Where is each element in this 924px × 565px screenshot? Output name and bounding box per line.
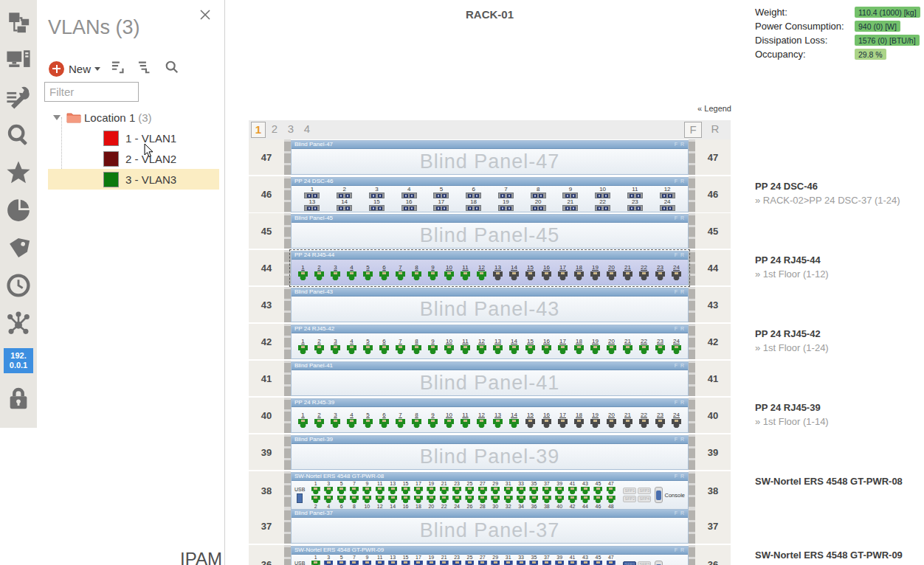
rj45-port[interactable] bbox=[440, 487, 449, 494]
rack-unit-blind-panel-37[interactable]: Blind Panel-37F RBlind Panel-37 bbox=[291, 509, 689, 544]
dsc-port[interactable] bbox=[401, 193, 417, 198]
rj45-port[interactable] bbox=[350, 487, 359, 494]
rj45-port[interactable] bbox=[465, 496, 474, 503]
rj45-port[interactable] bbox=[542, 487, 551, 494]
rj45-port[interactable] bbox=[607, 419, 616, 428]
ip-address-icon[interactable]: 192.0.0.1 bbox=[4, 346, 33, 375]
rj45-port[interactable] bbox=[427, 561, 435, 565]
tree-node-location[interactable]: Location 1(3) bbox=[37, 107, 225, 128]
rj45-port[interactable] bbox=[461, 271, 470, 280]
rj45-port[interactable] bbox=[581, 496, 590, 503]
rj45-port[interactable] bbox=[388, 487, 397, 494]
rj45-port[interactable] bbox=[363, 419, 373, 428]
dsc-port[interactable] bbox=[660, 205, 675, 211]
dsc-port[interactable] bbox=[595, 205, 610, 211]
annotation-link[interactable]: » 1st Floor (1-14) bbox=[755, 416, 921, 427]
dsc-port[interactable] bbox=[337, 193, 352, 198]
rj45-port[interactable] bbox=[574, 419, 584, 428]
rj45-port[interactable] bbox=[607, 345, 616, 354]
rj45-port[interactable] bbox=[558, 271, 568, 280]
rj45-port[interactable] bbox=[363, 271, 373, 280]
search-icon[interactable] bbox=[164, 60, 180, 77]
rj45-port[interactable] bbox=[347, 345, 356, 354]
rack-unit-pp-24-rj45-39[interactable]: PP 24 RJ45-39F R123456789101112131415161… bbox=[291, 398, 689, 433]
rj45-port[interactable] bbox=[593, 496, 602, 503]
rj45-port[interactable] bbox=[574, 345, 584, 354]
sfp-slot-sfp3[interactable]: SFP3 bbox=[638, 561, 651, 565]
rack-page-tab-4[interactable]: 4 bbox=[300, 122, 314, 138]
rj45-port[interactable] bbox=[639, 345, 649, 354]
new-button[interactable]: New bbox=[49, 61, 100, 77]
rj45-port[interactable] bbox=[427, 496, 435, 503]
close-icon[interactable] bbox=[199, 8, 212, 21]
rj45-port[interactable] bbox=[581, 487, 590, 494]
rj45-port[interactable] bbox=[555, 561, 564, 565]
rack-unit-blind-panel-39[interactable]: Blind Panel-39F RBlind Panel-39 bbox=[291, 435, 689, 470]
dsc-port[interactable] bbox=[498, 205, 514, 211]
rj45-port[interactable] bbox=[331, 419, 340, 428]
rj45-port[interactable] bbox=[509, 419, 519, 428]
rj45-port[interactable] bbox=[558, 419, 568, 428]
rj45-port[interactable] bbox=[568, 496, 577, 503]
rj45-port[interactable] bbox=[452, 561, 461, 565]
rj45-port[interactable] bbox=[401, 496, 410, 503]
rj45-port[interactable] bbox=[491, 487, 500, 494]
rj45-port[interactable] bbox=[465, 487, 474, 494]
rj45-port[interactable] bbox=[362, 487, 371, 494]
rj45-port[interactable] bbox=[574, 271, 584, 280]
annotation-link[interactable]: » RACK-02>PP 24 DSC-37 (1-24) bbox=[755, 195, 921, 206]
rj45-port[interactable] bbox=[396, 345, 405, 354]
rj45-port[interactable] bbox=[452, 496, 461, 503]
rj45-port[interactable] bbox=[478, 496, 487, 503]
rj45-port[interactable] bbox=[655, 419, 665, 428]
rj45-port[interactable] bbox=[314, 345, 324, 354]
rack-unit-sw-nortel-ers-4548-gt-pwr-08[interactable]: SW-Nortel ERS 4548 GT-PWR-08F RUSB123456… bbox=[291, 472, 689, 510]
rj45-port[interactable] bbox=[428, 271, 438, 280]
expander-icon[interactable] bbox=[53, 115, 61, 120]
rack-unit-sw-nortel-ers-4548-gt-pwr-09[interactable]: SW-Nortel ERS 4548 GT-PWR-09F RUSB123456… bbox=[291, 546, 689, 565]
rj45-port[interactable] bbox=[311, 561, 320, 565]
rj45-port[interactable] bbox=[568, 561, 577, 565]
rj45-port[interactable] bbox=[607, 271, 616, 280]
rj45-port[interactable] bbox=[388, 496, 397, 503]
rj45-port[interactable] bbox=[379, 271, 389, 280]
search-icon[interactable] bbox=[4, 120, 33, 150]
rj45-port[interactable] bbox=[414, 561, 423, 565]
rj45-port[interactable] bbox=[376, 496, 385, 503]
rj45-port[interactable] bbox=[337, 496, 346, 503]
rj45-port[interactable] bbox=[440, 496, 449, 503]
rj45-port[interactable] bbox=[493, 345, 503, 354]
rj45-port[interactable] bbox=[412, 345, 421, 354]
rj45-port[interactable] bbox=[504, 561, 513, 565]
rj45-port[interactable] bbox=[517, 487, 525, 494]
rj45-port[interactable] bbox=[623, 345, 632, 354]
rj45-port[interactable] bbox=[376, 487, 385, 494]
rj45-port[interactable] bbox=[362, 561, 371, 565]
rj45-port[interactable] bbox=[558, 345, 568, 354]
rj45-port[interactable] bbox=[493, 271, 503, 280]
dsc-port[interactable] bbox=[627, 205, 643, 211]
dsc-port[interactable] bbox=[369, 205, 385, 211]
rj45-port[interactable] bbox=[314, 419, 324, 428]
rack-unit-pp-24-dsc-46[interactable]: PP 24 DSC-46F R1234567891011121314151617… bbox=[291, 177, 689, 212]
graph-icon[interactable] bbox=[4, 308, 33, 338]
dsc-port[interactable] bbox=[531, 193, 546, 198]
rj45-port[interactable] bbox=[517, 561, 525, 565]
annotation-link[interactable]: » 1st Floor (1-24) bbox=[755, 342, 921, 353]
sfp-slot-sfp1[interactable]: SFP1 bbox=[623, 488, 636, 494]
rj45-port[interactable] bbox=[517, 496, 525, 503]
rj45-port[interactable] bbox=[525, 419, 535, 428]
rj45-port[interactable] bbox=[542, 345, 551, 354]
rj45-port[interactable] bbox=[428, 419, 438, 428]
rj45-port[interactable] bbox=[672, 345, 681, 354]
rj45-port[interactable] bbox=[298, 271, 308, 280]
dsc-port[interactable] bbox=[304, 205, 320, 211]
rj45-port[interactable] bbox=[414, 487, 423, 494]
rj45-port[interactable] bbox=[444, 419, 454, 428]
rack-unit-blind-panel-43[interactable]: Blind Panel-43F RBlind Panel-43 bbox=[291, 288, 689, 322]
rj45-port[interactable] bbox=[363, 345, 373, 354]
rj45-port[interactable] bbox=[337, 487, 346, 494]
rj45-port[interactable] bbox=[525, 271, 535, 280]
dsc-port[interactable] bbox=[466, 205, 481, 211]
dsc-port[interactable] bbox=[304, 193, 320, 198]
